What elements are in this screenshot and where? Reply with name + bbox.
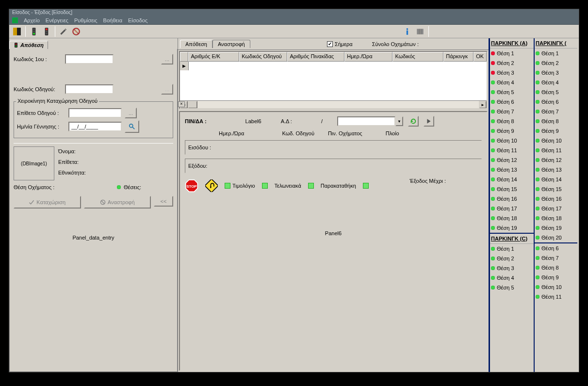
parking-slot[interactable]: Θέση 11 <box>490 145 534 155</box>
reverse-button[interactable]: Αναστροφή <box>84 196 151 209</box>
detail-close-button[interactable]: × <box>178 101 185 107</box>
tab-apothesi-left[interactable]: Απόθεση <box>9 41 48 49</box>
parking-slot[interactable]: Θέση 13 <box>535 165 577 175</box>
parking-slot[interactable]: Θέση 12 <box>490 155 534 165</box>
parking-slot[interactable]: Θέση 7 <box>535 253 577 263</box>
parking-slot[interactable]: Θέση 14 <box>490 175 534 184</box>
parking-slot[interactable]: Θέση 19 <box>490 223 534 233</box>
parking-slot[interactable]: Θέση 15 <box>490 184 534 194</box>
parking-slot[interactable]: Θέση 4 <box>535 78 577 87</box>
parking-slot[interactable]: Θέση 4 <box>490 273 534 283</box>
vehicle-grid[interactable]: Αριθμός Ε/Κ Κωδικός Οδηγού Αριθμός Πινακ… <box>179 51 488 109</box>
parking-slot[interactable]: Θέση 1 <box>535 48 577 58</box>
slot-label: Θέση 12 <box>541 157 562 163</box>
parking-slot[interactable]: Θέση 9 <box>490 126 534 136</box>
tool-traffic-red-icon[interactable] <box>41 26 52 37</box>
today-checkbox[interactable]: Σήμερα <box>327 41 353 47</box>
tool-globe-cancel-icon[interactable] <box>70 26 82 37</box>
parking-slot[interactable]: Θέση 6 <box>490 97 534 107</box>
dob-search-button[interactable] <box>125 120 139 133</box>
code1-lookup-button[interactable]: ... <box>161 54 173 64</box>
parking-slot[interactable]: Θέση 6 <box>535 243 577 253</box>
parking-slot[interactable]: Θέση 9 <box>535 126 577 136</box>
slot-label: Θέση 6 <box>497 99 514 105</box>
slot-label: Θέση 8 <box>497 118 514 124</box>
grid-col-ek[interactable]: Αριθμός Ε/Κ <box>188 52 239 62</box>
menu-file[interactable]: Αρχείο <box>24 17 40 23</box>
parking-slot[interactable]: Θέση 13 <box>490 165 534 175</box>
parking-slot[interactable]: Θέση 6 <box>535 97 577 107</box>
parking-slot[interactable]: Θέση 16 <box>490 194 534 204</box>
parking-slot[interactable]: Θέση 3 <box>535 68 577 78</box>
parking-slot[interactable]: Θέση 1 <box>490 244 534 254</box>
parking-slot[interactable]: Θέση 4 <box>490 78 534 87</box>
parking-slot[interactable]: Θέση 12 <box>535 155 577 165</box>
parking-slot[interactable]: Θέση 11 <box>535 292 577 302</box>
driver-code-lookup-button[interactable]: ... <box>161 84 173 95</box>
parking-slot[interactable]: Θέση 1 <box>490 48 534 58</box>
tab-apothesi[interactable]: Απόθεση <box>180 40 212 48</box>
scroll-right-button[interactable]: ► <box>479 101 487 109</box>
tab-anastrofi[interactable]: Αναστροφή <box>212 40 250 48</box>
tool-book-icon[interactable] <box>414 26 426 37</box>
parking-slot[interactable]: Θέση 8 <box>535 263 577 273</box>
next-button[interactable] <box>424 116 434 127</box>
tool-traffic-green-icon[interactable] <box>28 26 40 37</box>
parking-slot[interactable]: Θέση 18 <box>535 213 577 223</box>
parking-slot[interactable]: Θέση 19 <box>535 223 577 233</box>
grid-col-ok[interactable]: OK <box>474 52 487 62</box>
tool-edit-icon[interactable] <box>58 26 69 37</box>
code1-input[interactable] <box>65 54 114 64</box>
tool-exit-button[interactable] <box>11 26 23 37</box>
grid-col-parking[interactable]: Πάρκινγκ <box>443 52 474 62</box>
menu-entry[interactable]: Είσοδος <box>128 17 147 23</box>
grid-col-code[interactable]: Κωδικός <box>392 52 443 62</box>
parking-slot[interactable]: Θέση 10 <box>490 136 534 145</box>
parking-slot[interactable]: Θέση 2 <box>490 254 534 263</box>
slot-status-icon <box>491 129 495 133</box>
parking-slot[interactable]: Θέση 8 <box>490 116 534 126</box>
parking-slot[interactable]: Θέση 5 <box>490 283 534 292</box>
parking-slot[interactable]: Θέση 7 <box>535 107 577 116</box>
slot-label: Θέση 17 <box>541 206 562 211</box>
parking-slot[interactable]: Θέση 20 <box>535 233 577 242</box>
grid-col-datetime[interactable]: Ημερ./Ώρα <box>344 52 392 62</box>
driver-surname-lookup-button[interactable]: ... <box>125 108 137 118</box>
parking-slot[interactable]: Θέση 10 <box>535 136 577 145</box>
driver-code-input[interactable] <box>65 84 114 94</box>
driver-surname-input[interactable] <box>68 108 122 118</box>
parking-slot[interactable]: Θέση 9 <box>535 273 577 282</box>
refresh-button[interactable] <box>408 116 419 127</box>
parking-slot[interactable]: Θέση 18 <box>490 213 534 223</box>
parking-slot[interactable]: Θέση 2 <box>535 58 577 68</box>
parking-slot[interactable]: Θέση 17 <box>535 204 577 213</box>
dob-input[interactable] <box>68 122 122 131</box>
parking-slot[interactable]: Θέση 16 <box>535 194 577 204</box>
positions-label: Θέσεις: <box>124 184 141 190</box>
grid-col-plate[interactable]: Αριθμός Πινακίδας <box>287 52 344 62</box>
ship-combo-input[interactable] <box>337 116 395 126</box>
menu-help[interactable]: Βοήθεια <box>103 17 122 23</box>
parking-slot[interactable]: Θέση 5 <box>535 87 577 97</box>
tool-info-icon[interactable] <box>402 26 413 37</box>
entry-label: Εισόδου : <box>188 145 217 150</box>
parking-slot[interactable]: Θέση 3 <box>490 68 534 78</box>
parking-slot[interactable]: Θέση 11 <box>535 145 577 155</box>
grid-hscrollbar[interactable]: ◄ ► <box>180 100 487 108</box>
parking-slot[interactable]: Θέση 15 <box>535 184 577 194</box>
parking-slot[interactable]: Θέση 7 <box>490 107 534 116</box>
grid-col-driver[interactable]: Κωδικός Οδηγού <box>239 52 287 62</box>
back-button[interactable]: << <box>154 196 173 207</box>
menu-settings[interactable]: Ρυθμίσεις <box>74 17 98 23</box>
save-button[interactable]: Καταχώριση <box>14 196 81 209</box>
scroll-thumb[interactable] <box>188 101 197 109</box>
parking-slot[interactable]: Θέση 5 <box>490 87 534 97</box>
ship-combo-dropdown-button[interactable]: ▼ <box>395 116 403 126</box>
parking-slot[interactable]: Θέση 8 <box>535 116 577 126</box>
parking-slot[interactable]: Θέση 10 <box>535 282 577 292</box>
parking-slot[interactable]: Θέση 2 <box>490 58 534 68</box>
menu-actions[interactable]: Ενέργειες <box>46 17 68 23</box>
parking-slot[interactable]: Θέση 3 <box>490 263 534 273</box>
parking-slot[interactable]: Θέση 14 <box>535 175 577 184</box>
parking-slot[interactable]: Θέση 17 <box>490 204 534 213</box>
